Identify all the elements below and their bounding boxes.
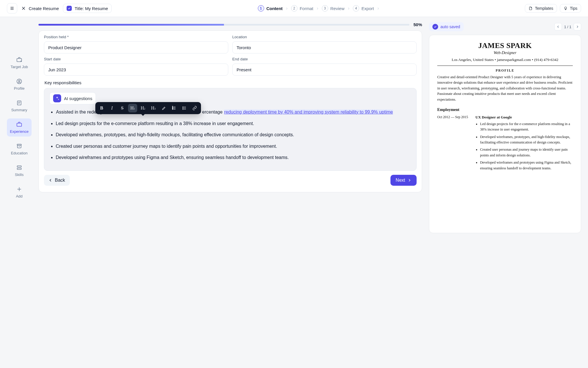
h3-button[interactable]: H3 <box>149 104 158 112</box>
main-column: 50% Position held * Location Start date <box>38 22 422 233</box>
close-create-resume[interactable]: Create Resume <box>21 6 59 11</box>
sidebar-item-label: Experience <box>10 129 28 134</box>
location-input[interactable] <box>232 41 417 53</box>
h2-button[interactable]: H2 <box>138 104 148 112</box>
workspace: Target Job Profile Summary Experience Ed… <box>0 17 588 240</box>
progress-bar <box>38 24 409 26</box>
location-label: Location <box>232 35 417 39</box>
sparkle-icon <box>53 94 61 102</box>
chevron-right-icon <box>407 178 411 182</box>
resume-title-label: Title: My Resume <box>75 6 108 11</box>
notes-icon <box>16 100 22 106</box>
plus-icon <box>16 186 22 192</box>
briefcase-icon <box>16 121 22 128</box>
stack-icon <box>16 164 22 171</box>
h1-button[interactable]: H1 <box>128 104 137 112</box>
step-review[interactable]: 3 Review <box>322 5 345 12</box>
templates-button[interactable]: Templates <box>525 4 557 13</box>
editor-item[interactable]: Created user personas and customer journ… <box>56 143 411 150</box>
sidebar-item-profile[interactable]: Profile <box>7 75 32 93</box>
progress-fill <box>38 24 224 26</box>
responsibilities-label: Key responsibilities <box>45 80 416 85</box>
chevron-left-icon <box>556 25 560 28</box>
ai-suggestions-label: AI suggestions <box>64 96 92 101</box>
step-format[interactable]: 2 Format <box>291 5 314 12</box>
svg-point-7 <box>18 80 20 82</box>
preview-column: auto saved 1 / 1 JAMES SPARK Web-Designe… <box>429 22 581 233</box>
progress-percent: 50% <box>413 22 422 27</box>
svg-point-25 <box>183 107 183 107</box>
sidebar-item-add[interactable]: Add <box>7 183 32 201</box>
sidebar-item-label: Education <box>11 151 28 155</box>
bullet-list-button[interactable] <box>180 104 189 112</box>
svg-text:3: 3 <box>172 108 173 110</box>
resume-job-bullets: Led design projects for the e-commerce p… <box>475 121 573 171</box>
editor-item[interactable]: Led design projects for the e-commerce p… <box>56 120 411 127</box>
position-input[interactable] <box>44 41 228 53</box>
create-resume-label: Create Resume <box>29 6 59 11</box>
resume-profile-text: Creative and detail-oriented Product Des… <box>437 74 573 102</box>
page-next-button[interactable] <box>574 23 581 30</box>
resume-title-chip[interactable]: Title: My Resume <box>63 4 112 13</box>
italic-button[interactable]: I <box>107 104 117 112</box>
user-circle-icon <box>16 78 22 85</box>
checkbox-icon <box>67 6 72 11</box>
ordered-list-icon: 123 <box>172 106 176 110</box>
step-3-label: Review <box>330 6 345 11</box>
step-2-num: 2 <box>291 5 297 12</box>
resume-profile-heading: PROFILE <box>437 69 573 72</box>
editor-item[interactable]: Developed wireframes and prototypes usin… <box>56 154 411 161</box>
sidebar: Target Job Profile Summary Experience Ed… <box>7 22 32 233</box>
sidebar-item-label: Skills <box>15 172 24 177</box>
position-label: Position held * <box>44 35 228 39</box>
step-1-label: Content <box>266 6 283 11</box>
page-prev-button[interactable] <box>554 23 562 30</box>
link-button[interactable] <box>190 104 199 112</box>
ai-suggestions-chip[interactable]: AI suggestions <box>49 92 96 104</box>
sidebar-item-skills[interactable]: Skills <box>7 162 32 180</box>
resume-bullet: Created user personas and journey maps t… <box>480 147 573 158</box>
ordered-list-button[interactable]: 123 <box>169 104 179 112</box>
resume-subtitle: Web-Designer <box>437 51 573 55</box>
svg-rect-8 <box>18 101 21 105</box>
resume-contact: Los Angeles, United States • jamessparkg… <box>437 57 573 62</box>
chevron-right-icon: › <box>348 6 349 11</box>
progress-row: 50% <box>38 22 422 27</box>
chevron-left-icon <box>49 178 53 182</box>
end-date-label: End date <box>232 57 417 61</box>
briefcase-arrow-icon <box>16 57 22 63</box>
rich-text-editor[interactable]: Assisted in the redesign of the ________… <box>49 108 411 161</box>
text-format-toolbar: B I S H1 H2 H3 123 <box>95 102 201 114</box>
chevron-right-icon: › <box>317 6 318 11</box>
step-content[interactable]: 1 Content <box>258 5 283 12</box>
svg-rect-15 <box>17 166 22 167</box>
step-2-label: Format <box>300 6 314 11</box>
svg-point-26 <box>183 108 183 108</box>
chevron-right-icon: › <box>286 6 287 11</box>
sidebar-item-target-job[interactable]: Target Job <box>7 54 32 72</box>
topbar-actions: Templates Tips <box>525 4 581 13</box>
tips-button[interactable]: Tips <box>560 4 581 13</box>
start-date-input[interactable] <box>44 64 228 76</box>
back-label: Back <box>55 178 65 183</box>
autosave-label: auto saved <box>440 24 460 29</box>
sidebar-item-education[interactable]: Education <box>7 140 32 158</box>
strikethrough-button[interactable]: S <box>118 104 127 112</box>
link-icon <box>192 106 197 110</box>
resume-job-role: UX Designer at Google <box>475 115 573 120</box>
resume-job-dates: Oct 2012 — Sep 2015 <box>437 115 470 173</box>
editor-item[interactable]: Developed wireframes, prototypes, and hi… <box>56 131 411 139</box>
menu-button[interactable] <box>7 3 17 14</box>
step-export[interactable]: 4 Export <box>353 5 374 12</box>
edit-button[interactable] <box>159 104 168 112</box>
sidebar-item-label: Add <box>16 194 22 198</box>
step-3-num: 3 <box>322 5 328 12</box>
step-4-num: 4 <box>353 5 359 12</box>
svg-point-27 <box>183 109 183 110</box>
next-button[interactable]: Next <box>390 175 417 186</box>
bold-button[interactable]: B <box>97 104 106 112</box>
back-button[interactable]: Back <box>44 175 70 186</box>
end-date-input[interactable] <box>232 64 417 76</box>
sidebar-item-experience[interactable]: Experience <box>7 118 32 137</box>
sidebar-item-summary[interactable]: Summary <box>7 97 32 115</box>
